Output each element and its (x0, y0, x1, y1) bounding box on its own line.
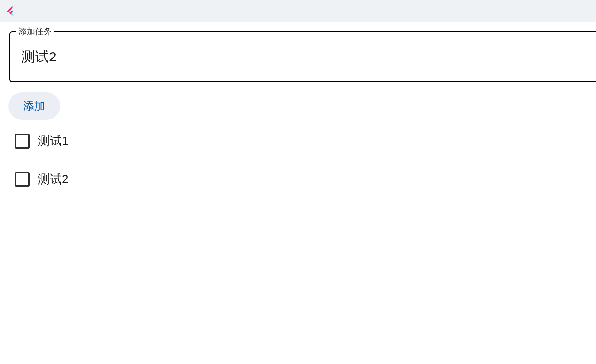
task-label: 测试2 (38, 171, 68, 187)
task-list: 测试1 测试2 (0, 133, 596, 187)
task-input-container: 添加任务 (9, 31, 596, 82)
checkbox-icon[interactable] (15, 172, 30, 187)
main-content: 添加任务 添加 测试1 测试2 (0, 31, 596, 187)
checkbox-icon[interactable] (15, 134, 30, 149)
header-bar (0, 0, 596, 22)
task-input-label: 添加任务 (16, 26, 54, 37)
task-item[interactable]: 测试2 (15, 171, 596, 187)
add-button[interactable]: 添加 (8, 92, 60, 120)
task-label: 测试1 (38, 133, 68, 149)
task-input[interactable] (9, 31, 596, 82)
task-item[interactable]: 测试1 (15, 133, 596, 149)
flutter-logo-icon (6, 6, 16, 16)
